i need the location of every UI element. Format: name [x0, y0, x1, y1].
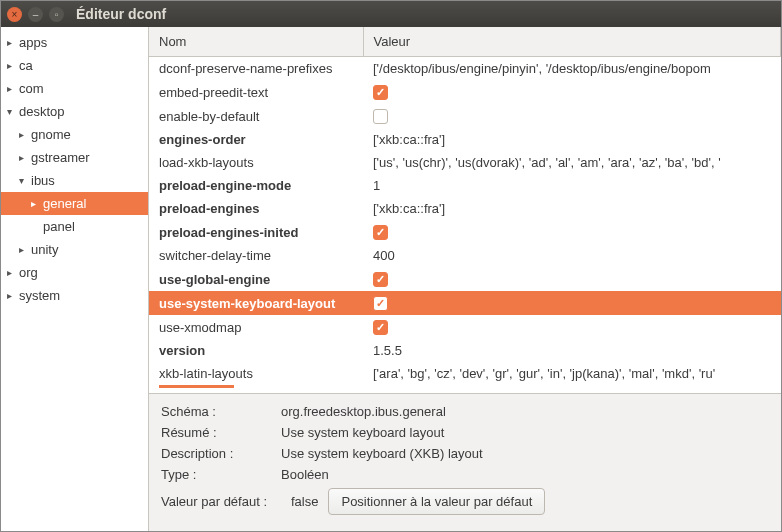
key-value[interactable]: ['xkb:ca::fra']	[363, 128, 781, 151]
close-icon[interactable]: ×	[7, 7, 22, 22]
key-name: embed-preedit-text	[149, 80, 363, 104]
chevron-right-icon: ▸	[7, 290, 17, 301]
table-row[interactable]: version1.5.5	[149, 339, 781, 362]
type-value: Booléen	[281, 467, 769, 482]
chevron-right-icon: ▸	[7, 60, 17, 71]
description-label: Description :	[161, 446, 281, 461]
schema-value: org.freedesktop.ibus.general	[281, 404, 769, 419]
table-row[interactable]: enable-by-default	[149, 104, 781, 128]
table-row[interactable]: load-xkb-layouts['us', 'us(chr)', 'us(dv…	[149, 151, 781, 174]
key-value[interactable]: ['us', 'us(chr)', 'us(dvorak)', 'ad', 'a…	[363, 151, 781, 174]
key-value[interactable]	[363, 267, 781, 291]
key-value[interactable]: 1.5.5	[363, 339, 781, 362]
resume-label: Résumé :	[161, 425, 281, 440]
details-pane: Schéma : org.freedesktop.ibus.general Ré…	[149, 394, 781, 531]
default-label: Valeur par défaut :	[161, 494, 281, 509]
window-title: Éditeur dconf	[76, 6, 166, 22]
key-name: preload-engine-mode	[149, 174, 363, 197]
table-row[interactable]: xkb-latin-layouts['ara', 'bg', 'cz', 'de…	[149, 362, 781, 385]
sidebar-item-ca[interactable]: ▸ca	[1, 54, 148, 77]
sidebar-item-label: org	[19, 265, 38, 280]
schema-tree[interactable]: ▸apps▸ca▸com▾desktop▸gnome▸gstreamer▾ibu…	[1, 27, 149, 531]
table-row[interactable]: preload-engines['xkb:ca::fra']	[149, 197, 781, 220]
key-name: xkb-latin-layouts	[149, 362, 363, 385]
key-name: dconf-preserve-name-prefixes	[149, 57, 363, 81]
chevron-down-icon: ▾	[19, 175, 29, 186]
sidebar-item-general[interactable]: ▸general	[1, 192, 148, 215]
sidebar-item-system[interactable]: ▸system	[1, 284, 148, 307]
chevron-right-icon: ▸	[7, 83, 17, 94]
chevron-right-icon: ▸	[19, 152, 29, 163]
maximize-icon[interactable]: ▫	[49, 7, 64, 22]
table-row[interactable]: switcher-delay-time400	[149, 244, 781, 267]
table-row[interactable]: preload-engine-mode1	[149, 174, 781, 197]
sidebar-item-label: system	[19, 288, 60, 303]
sidebar-item-label: ca	[19, 58, 33, 73]
table-row[interactable]: dconf-preserve-name-prefixes['/desktop/i…	[149, 57, 781, 81]
checkbox[interactable]	[373, 320, 388, 335]
key-value[interactable]	[363, 291, 781, 315]
selection-underline	[159, 385, 234, 388]
key-value[interactable]: ['ara', 'bg', 'cz', 'dev', 'gr', 'gur', …	[363, 362, 781, 385]
checkbox[interactable]	[373, 85, 388, 100]
body: ▸apps▸ca▸com▾desktop▸gnome▸gstreamer▾ibu…	[1, 27, 781, 531]
sidebar-item-com[interactable]: ▸com	[1, 77, 148, 100]
key-name: switcher-delay-time	[149, 244, 363, 267]
table-row[interactable]: embed-preedit-text	[149, 80, 781, 104]
key-value[interactable]: ['/desktop/ibus/engine/pinyin', '/deskto…	[363, 57, 781, 81]
sidebar-item-label: apps	[19, 35, 47, 50]
table-row[interactable]: use-system-keyboard-layout	[149, 291, 781, 315]
chevron-right-icon: ▸	[7, 267, 17, 278]
key-value[interactable]: 400	[363, 244, 781, 267]
chevron-right-icon: ▸	[31, 198, 41, 209]
sidebar-item-org[interactable]: ▸org	[1, 261, 148, 284]
sidebar-item-label: com	[19, 81, 44, 96]
sidebar-item-label: gstreamer	[31, 150, 90, 165]
table-row[interactable]: preload-engines-inited	[149, 220, 781, 244]
key-value[interactable]: ['xkb:ca::fra']	[363, 197, 781, 220]
checkbox[interactable]	[373, 109, 388, 124]
key-value[interactable]	[363, 220, 781, 244]
column-header-valeur[interactable]: Valeur	[363, 27, 781, 57]
chevron-right-icon: ▸	[19, 129, 29, 140]
column-header-nom[interactable]: Nom	[149, 27, 363, 57]
key-name: preload-engines-inited	[149, 220, 363, 244]
key-name: engines-order	[149, 128, 363, 151]
sidebar-item-label: unity	[31, 242, 58, 257]
sidebar-item-gnome[interactable]: ▸gnome	[1, 123, 148, 146]
key-table-area[interactable]: Nom Valeur dconf-preserve-name-prefixes[…	[149, 27, 781, 394]
chevron-down-icon: ▾	[7, 106, 17, 117]
reset-default-button[interactable]: Positionner à la valeur par défaut	[328, 488, 545, 515]
key-value[interactable]	[363, 104, 781, 128]
titlebar: × – ▫ Éditeur dconf	[1, 1, 781, 27]
sidebar-item-gstreamer[interactable]: ▸gstreamer	[1, 146, 148, 169]
sidebar-item-label: desktop	[19, 104, 65, 119]
sidebar-item-unity[interactable]: ▸unity	[1, 238, 148, 261]
table-row[interactable]: use-xmodmap	[149, 315, 781, 339]
key-value[interactable]: 1	[363, 174, 781, 197]
type-label: Type :	[161, 467, 281, 482]
minimize-icon[interactable]: –	[28, 7, 43, 22]
key-name: use-system-keyboard-layout	[149, 291, 363, 315]
checkbox[interactable]	[373, 272, 388, 287]
key-name: use-xmodmap	[149, 315, 363, 339]
sidebar-item-apps[interactable]: ▸apps	[1, 31, 148, 54]
table-row[interactable]: use-global-engine	[149, 267, 781, 291]
sidebar-item-panel[interactable]: panel	[1, 215, 148, 238]
checkbox[interactable]	[373, 225, 388, 240]
default-value: false	[291, 494, 318, 509]
key-name: preload-engines	[149, 197, 363, 220]
key-table: Nom Valeur dconf-preserve-name-prefixes[…	[149, 27, 781, 385]
sidebar-item-label: gnome	[31, 127, 71, 142]
key-name: version	[149, 339, 363, 362]
checkbox[interactable]	[373, 296, 388, 311]
chevron-right-icon: ▸	[19, 244, 29, 255]
sidebar-item-ibus[interactable]: ▾ibus	[1, 169, 148, 192]
table-row[interactable]: engines-order['xkb:ca::fra']	[149, 128, 781, 151]
resume-value: Use system keyboard layout	[281, 425, 769, 440]
main-pane: Nom Valeur dconf-preserve-name-prefixes[…	[149, 27, 781, 531]
sidebar-item-desktop[interactable]: ▾desktop	[1, 100, 148, 123]
key-value[interactable]	[363, 315, 781, 339]
key-name: enable-by-default	[149, 104, 363, 128]
key-value[interactable]	[363, 80, 781, 104]
